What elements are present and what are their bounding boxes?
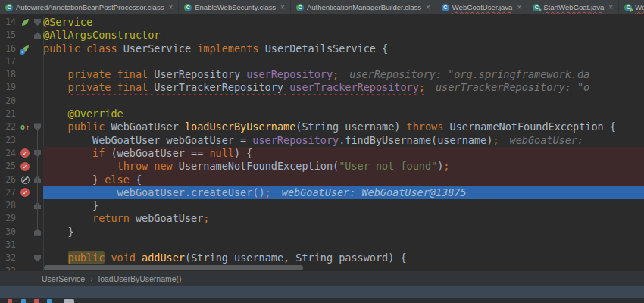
breakpoint-icon[interactable]: ✓ <box>20 188 30 197</box>
fold-column[interactable] <box>33 226 43 239</box>
gutter[interactable] <box>20 265 33 271</box>
code-text[interactable]: } else { <box>43 173 644 186</box>
gutter[interactable] <box>20 108 33 120</box>
debugger-icon-red-1[interactable] <box>8 299 12 303</box>
debugger-tab-handle[interactable] <box>64 299 74 303</box>
spring-bean-icon[interactable] <box>22 19 29 26</box>
fold-range-line <box>37 128 38 230</box>
close-icon[interactable]: × <box>426 4 430 11</box>
gutter[interactable] <box>20 134 33 147</box>
gutter[interactable] <box>20 68 33 81</box>
close-icon[interactable]: × <box>280 4 285 11</box>
code-text[interactable] <box>43 239 644 251</box>
code-text[interactable]: WebGoatUser webGoatUser = userRepository… <box>43 134 644 147</box>
fold-column[interactable] <box>33 265 43 271</box>
code-text[interactable]: @Override <box>43 108 644 120</box>
code-text[interactable]: } <box>43 199 644 212</box>
gutter[interactable] <box>20 226 33 239</box>
code-text[interactable]: return webGoatUser; <box>43 212 644 225</box>
breakpoint-disabled-icon[interactable] <box>21 176 30 184</box>
code-text[interactable]: public WebGoatUser loadUserByUsername(St… <box>43 120 644 133</box>
fold-column[interactable] <box>33 199 43 212</box>
close-icon[interactable]: × <box>168 4 173 11</box>
gutter[interactable]: o↑ <box>20 120 33 133</box>
fold-marker[interactable] <box>34 255 41 261</box>
code-text[interactable]: @AllArgsConstructor <box>43 29 644 42</box>
gutter[interactable] <box>20 212 33 225</box>
editor-tab[interactable]: CAuthenticationManagerBuilder.class× <box>291 0 436 14</box>
gutter[interactable]: c <box>20 42 33 55</box>
code-text[interactable]: public class UserService implements User… <box>43 42 644 55</box>
spring-bean-class-icon[interactable]: c <box>22 45 29 52</box>
editor-tab[interactable]: CAutowiredAnnotationBeanPostProcessor.cl… <box>0 0 179 14</box>
code-text[interactable] <box>43 55 644 68</box>
code-line: 22o↑ public WebGoatUser loadUserByUserna… <box>0 120 644 133</box>
debugger-icon-blue-2[interactable] <box>47 299 52 303</box>
fold-column[interactable] <box>33 212 43 225</box>
code-text[interactable] <box>43 95 644 108</box>
gutter[interactable]: ✓ <box>20 160 33 173</box>
line-number: 22 <box>0 120 20 133</box>
code-text[interactable]: if (webGoatUser == null) { <box>43 147 644 160</box>
fold-column[interactable] <box>33 173 43 186</box>
gutter[interactable] <box>20 239 33 251</box>
gutter[interactable] <box>20 81 33 94</box>
horizontal-scrollbar[interactable] <box>44 265 303 270</box>
debugger-icon-blue-1[interactable] <box>21 299 26 303</box>
breadcrumb-item[interactable]: UserService <box>42 274 85 283</box>
editor-tab[interactable]: CStartWebGoat.java× <box>527 0 619 14</box>
close-icon[interactable]: × <box>517 4 521 11</box>
gutter[interactable] <box>20 55 33 68</box>
code-line: 27✓ webGoatUser.createUser();webGoatUser… <box>0 186 644 199</box>
code-text[interactable]: } <box>43 226 644 239</box>
debugger-icon-red-2[interactable] <box>34 299 39 303</box>
fold-column[interactable] <box>33 160 43 173</box>
gutter[interactable]: ✓ <box>20 186 33 199</box>
editor-tab[interactable]: CEnableWebSecurity.class× <box>179 0 291 14</box>
gutter[interactable] <box>20 29 33 42</box>
gutter[interactable] <box>20 173 33 186</box>
line-number: 21 <box>0 108 20 120</box>
fold-marker[interactable] <box>34 32 41 39</box>
fold-column[interactable] <box>33 55 43 68</box>
code-line: 15@AllArgsConstructor <box>0 29 644 42</box>
class-icon: C <box>5 4 13 11</box>
breadcrumb-separator-icon: › <box>90 274 93 283</box>
editor-tab[interactable]: CWebGoat.java× <box>619 0 644 14</box>
fold-column[interactable] <box>33 108 43 120</box>
fold-column[interactable] <box>33 95 43 108</box>
code-text[interactable]: throw new UsernameNotFoundException("Use… <box>43 160 644 173</box>
gutter[interactable]: ✓ <box>20 147 33 160</box>
gutter[interactable] <box>20 251 33 264</box>
breadcrumb-item[interactable]: loadUserByUsername() <box>98 274 182 283</box>
fold-column[interactable] <box>33 81 43 94</box>
breakpoint-icon[interactable]: ✓ <box>20 148 30 158</box>
fold-column[interactable] <box>33 16 43 29</box>
breakpoint-icon[interactable]: ✓ <box>20 162 30 171</box>
fold-column[interactable] <box>33 134 43 147</box>
fold-column[interactable] <box>33 29 43 42</box>
code-text[interactable]: @Service <box>43 16 644 29</box>
gutter[interactable] <box>20 16 33 29</box>
gutter[interactable] <box>20 199 33 212</box>
fold-column[interactable] <box>33 239 43 251</box>
code-line: 28 } <box>0 199 644 212</box>
fold-column[interactable] <box>33 147 43 160</box>
close-icon[interactable]: × <box>608 4 613 11</box>
fold-column[interactable] <box>33 120 43 133</box>
code-text[interactable]: private final UserRepository userReposit… <box>43 68 644 81</box>
override-method-icon[interactable]: o↑ <box>20 122 30 132</box>
fold-marker[interactable] <box>34 229 41 236</box>
fold-column[interactable] <box>33 251 43 264</box>
code-text[interactable]: public void addUser(String username, Str… <box>43 251 644 264</box>
gutter[interactable] <box>20 95 33 108</box>
fold-column[interactable] <box>33 68 43 81</box>
fold-marker[interactable] <box>34 19 41 26</box>
code-line: 23 WebGoatUser webGoatUser = userReposit… <box>0 134 644 147</box>
fold-column[interactable] <box>33 42 43 55</box>
code-text[interactable]: webGoatUser.createUser();webGoatUser: We… <box>43 186 644 199</box>
line-number: 14 <box>0 16 20 29</box>
code-text[interactable]: private final UserTrackerRepository user… <box>43 81 644 94</box>
fold-column[interactable] <box>33 186 43 199</box>
editor-tab[interactable]: CWebGoatUser.java× <box>436 0 527 14</box>
